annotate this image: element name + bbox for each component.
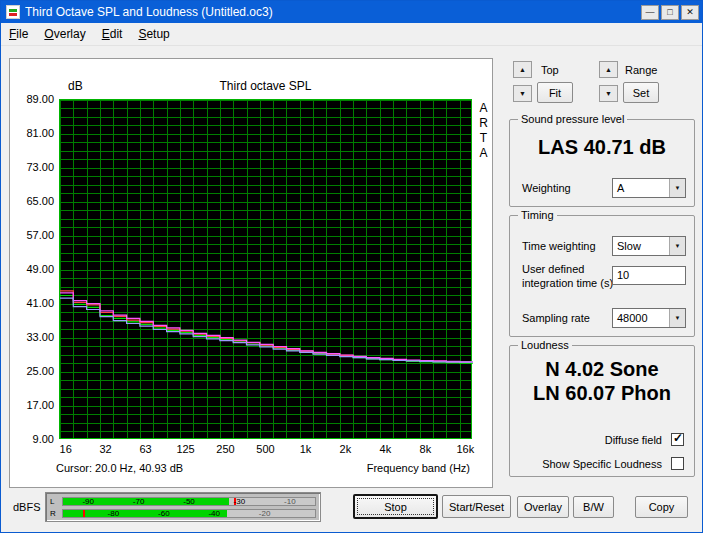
sampling-rate-dropdown[interactable]: 48000 <box>612 308 686 328</box>
meter-scale-label: -80 <box>108 510 120 518</box>
y-tick-label: 49.00 <box>10 263 54 275</box>
meter-scale-label: -60 <box>158 510 170 518</box>
integration-label-line1: User defined <box>522 263 584 275</box>
stop-button[interactable]: Stop <box>353 494 438 519</box>
arta-watermark: ARTA <box>478 101 489 161</box>
x-tick-label: 4k <box>380 443 392 455</box>
y-tick-label: 65.00 <box>10 195 54 207</box>
title-bar[interactable]: Third Octave SPL and Loudness (Untitled.… <box>1 1 702 23</box>
top-label: Top <box>541 64 559 76</box>
x-tick-label: 32 <box>100 443 112 455</box>
x-tick-label: 250 <box>216 443 234 455</box>
time-weighting-value: Slow <box>617 240 641 252</box>
weighting-dropdown[interactable]: A <box>612 178 686 198</box>
level-meter-fill <box>63 510 227 517</box>
spl-group: Sound pressure level LAS 40.71 dB Weight… <box>509 119 695 207</box>
app-icon <box>6 5 20 19</box>
top-scale-up-button[interactable] <box>513 61 532 78</box>
chart-panel: dB Third octave SPL ARTA 89.0081.0073.00… <box>9 58 493 488</box>
time-weighting-dropdown[interactable]: Slow <box>612 236 686 256</box>
y-tick-label: 9.00 <box>10 433 54 445</box>
y-tick-label: 17.00 <box>10 399 54 411</box>
range-label: Range <box>625 64 657 76</box>
bw-button[interactable]: B/W <box>573 496 614 518</box>
meter-scale-label: -40 <box>208 510 220 518</box>
x-tick-label: 8k <box>420 443 432 455</box>
x-tick-label: 16 <box>60 443 72 455</box>
loudness-group: Loudness N 4.02 Sone LN 60.07 Phon Diffu… <box>509 345 695 477</box>
meter-row-l: L-90-70-50-30-10 <box>50 497 316 507</box>
sampling-rate-label: Sampling rate <box>522 312 590 324</box>
meter-scale-label: -90 <box>82 498 94 506</box>
meter-scale-label: -10 <box>284 498 296 506</box>
meter-scale-label: -70 <box>133 498 145 506</box>
set-button[interactable]: Set <box>623 82 659 103</box>
chart-title: Third octave SPL <box>59 79 472 93</box>
integration-time-input[interactable]: 10 <box>612 266 686 285</box>
cursor-readout: Cursor: 20.0 Hz, 40.93 dB <box>56 462 183 474</box>
peak-hold-indicator <box>83 510 85 517</box>
close-button[interactable]: ✕ <box>681 5 699 20</box>
app-window: Third Octave SPL and Loudness (Untitled.… <box>0 0 703 533</box>
show-specific-loudness-label: Show Specific Loudness <box>542 458 662 470</box>
chevron-down-icon[interactable] <box>669 309 685 327</box>
weighting-value: A <box>617 182 624 194</box>
meter-channel-label: L <box>50 497 54 507</box>
level-meter-track: -90-70-50-30-10 <box>62 497 316 506</box>
maximize-button[interactable]: □ <box>661 5 679 20</box>
copy-button[interactable]: Copy <box>635 496 688 518</box>
menu-file[interactable]: File <box>1 24 36 44</box>
menu-setup[interactable]: Setup <box>130 24 177 44</box>
chevron-down-icon[interactable] <box>669 179 685 197</box>
meter-scale-label: -50 <box>183 498 195 506</box>
meter-row-r: R-80-60-40-20 <box>50 509 316 519</box>
range-scale-up-button[interactable] <box>599 61 618 78</box>
show-specific-loudness-checkbox[interactable] <box>671 457 684 470</box>
y-tick-label: 57.00 <box>10 229 54 241</box>
menu-bar: FileOverlayEditSetup <box>1 23 702 46</box>
range-scale-down-button[interactable] <box>599 85 618 102</box>
loudness-phon-readout: LN 60.07 Phon <box>510 382 694 405</box>
dbfs-label: dBFS <box>13 501 41 513</box>
x-tick-label: 2k <box>340 443 352 455</box>
window-title: Third Octave SPL and Loudness (Untitled.… <box>25 5 639 19</box>
top-scale-down-button[interactable] <box>513 85 532 102</box>
meter-scale-label: -30 <box>234 498 246 506</box>
loudness-group-label: Loudness <box>518 339 572 351</box>
spl-readout: LAS 40.71 dB <box>510 136 694 159</box>
y-tick-label: 89.00 <box>10 93 54 105</box>
meter-scale-label: -20 <box>259 510 271 518</box>
overlay-button[interactable]: Overlay <box>517 496 569 518</box>
level-meter-track: -80-60-40-20 <box>62 509 316 518</box>
diffuse-field-label: Diffuse field <box>605 434 662 446</box>
diffuse-field-checkbox[interactable] <box>671 433 684 446</box>
sampling-rate-value: 48000 <box>617 312 648 324</box>
x-axis-title: Frequency band (Hz) <box>367 462 470 474</box>
integration-label-line2: integration time (s) <box>522 277 613 289</box>
spl-traces <box>60 100 473 440</box>
menu-edit[interactable]: Edit <box>94 24 131 44</box>
spl-plot-area[interactable] <box>59 99 472 439</box>
x-tick-label: 1k <box>300 443 312 455</box>
meter-channel-label: R <box>50 509 56 519</box>
time-weighting-label: Time weighting <box>522 240 596 252</box>
y-tick-label: 41.00 <box>10 297 54 309</box>
x-tick-label: 16k <box>456 443 474 455</box>
x-tick-label: 125 <box>176 443 194 455</box>
y-tick-label: 73.00 <box>10 161 54 173</box>
spl-group-label: Sound pressure level <box>518 113 627 125</box>
loudness-sone-readout: N 4.02 Sone <box>510 358 694 381</box>
weighting-label: Weighting <box>522 182 571 194</box>
menu-overlay[interactable]: Overlay <box>36 24 93 44</box>
y-tick-label: 33.00 <box>10 331 54 343</box>
fit-button[interactable]: Fit <box>537 82 573 103</box>
level-meter-panel: L-90-70-50-30-10R-80-60-40-20 <box>45 492 321 522</box>
y-tick-label: 81.00 <box>10 127 54 139</box>
chevron-down-icon[interactable] <box>669 237 685 255</box>
start-reset-button[interactable]: Start/Reset <box>442 495 511 518</box>
y-tick-label: 25.00 <box>10 365 54 377</box>
minimize-button[interactable]: — <box>641 5 659 20</box>
timing-group: Timing Time weighting Slow User defined … <box>509 215 695 337</box>
timing-group-label: Timing <box>518 209 557 221</box>
x-tick-label: 63 <box>139 443 151 455</box>
